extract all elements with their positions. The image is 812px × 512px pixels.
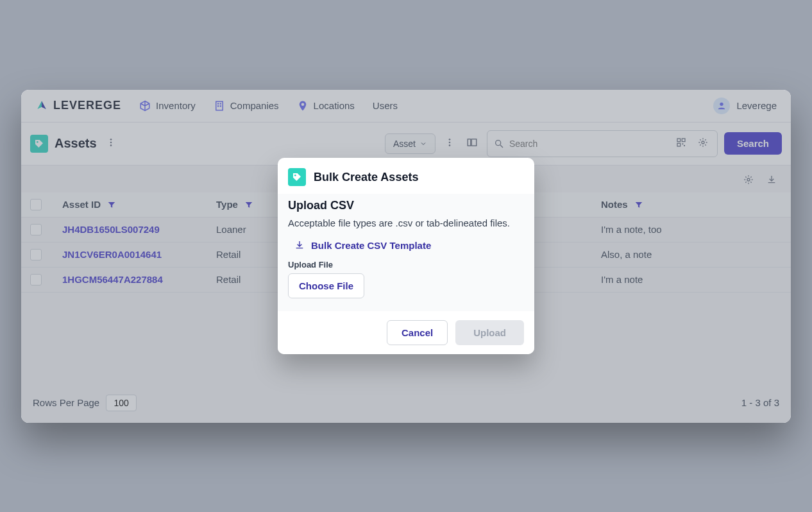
modal-footer: Cancel Upload bbox=[278, 311, 534, 354]
upload-button[interactable]: Upload bbox=[455, 320, 524, 345]
bulk-create-modal: Bulk Create Assets Upload CSV Acceptable… bbox=[278, 158, 534, 354]
app-frame: LEVEREGE Inventory Companies Locations U… bbox=[21, 90, 791, 423]
modal-overlay: Bulk Create Assets Upload CSV Acceptable… bbox=[21, 90, 791, 423]
modal-body: Upload CSV Acceptable file types are .cs… bbox=[278, 194, 534, 311]
upload-description: Acceptable file types are .csv or tab-de… bbox=[288, 216, 524, 231]
csv-template-link[interactable]: Bulk Create CSV Template bbox=[294, 240, 524, 251]
modal-header: Bulk Create Assets bbox=[278, 158, 534, 194]
svg-point-25 bbox=[294, 175, 296, 176]
upload-file-label: Upload File bbox=[288, 260, 524, 269]
upload-section-title: Upload CSV bbox=[288, 199, 524, 212]
cancel-button[interactable]: Cancel bbox=[387, 320, 448, 345]
tag-icon bbox=[288, 168, 306, 186]
csv-template-label: Bulk Create CSV Template bbox=[311, 240, 431, 251]
download-icon bbox=[294, 240, 305, 250]
choose-file-button[interactable]: Choose File bbox=[288, 273, 364, 298]
modal-title: Bulk Create Assets bbox=[314, 171, 418, 184]
